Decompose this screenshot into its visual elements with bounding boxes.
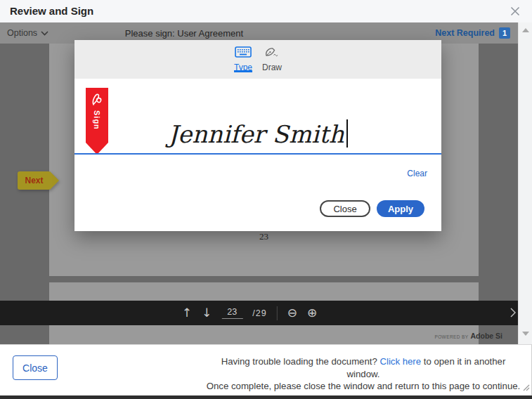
next-field-arrow[interactable]: Next [18, 171, 51, 190]
page-footer: Close Having trouble loading the documen… [0, 344, 532, 395]
pdf-toolbar: ↑ ↓ /29 ⊖ ⊕ [0, 301, 518, 325]
options-label: Options [7, 28, 37, 38]
help-text: Having trouble loading the document? Cli… [204, 355, 523, 393]
toolbar-divider [277, 306, 278, 320]
tab-type-label: Type [234, 63, 252, 72]
zoom-out-button[interactable]: ⊖ [287, 307, 297, 319]
window-bottom-edge [0, 395, 532, 399]
scroll-up-arrow[interactable] [522, 28, 529, 32]
dialog-close-button[interactable]: Close [320, 200, 370, 217]
total-pages: 29 [256, 308, 267, 318]
powered-by-adobe: POWERED BYAdobe Si [434, 329, 502, 341]
chevron-right-icon[interactable] [510, 308, 517, 320]
pen-icon [264, 46, 280, 60]
adobe-logo-icon [90, 91, 104, 111]
powered-by-label: POWERED BY [434, 334, 468, 339]
click-here-link[interactable]: Click here [379, 356, 421, 367]
next-required-label: Next Required [435, 28, 495, 38]
signature-text-field[interactable]: Jennifer Smith [74, 119, 441, 148]
page-number-input[interactable] [221, 307, 242, 319]
review-and-sign-window: Review and Sign Options Please sign: Use… [0, 0, 532, 399]
zoom-in-button[interactable]: ⊕ [307, 307, 317, 319]
keyboard-icon [235, 46, 252, 60]
previous-page-button[interactable]: ↑ [182, 307, 192, 319]
tab-draw-label: Draw [262, 63, 282, 72]
adobe-brand-label: Adobe Si [470, 332, 502, 340]
window-close-icon[interactable] [510, 6, 521, 17]
signature-dialog-header: Type Draw [74, 40, 441, 79]
scroll-down-arrow[interactable] [522, 332, 529, 336]
window-titlebar: Review and Sign [0, 0, 532, 22]
signature-dialog-body: Sign Jennifer Smith Clear Close Apply [74, 79, 441, 231]
text-caret [346, 119, 348, 148]
resize-handle-icon[interactable] [523, 381, 530, 394]
help-line1-prefix: Having trouble loading the document? [221, 356, 380, 367]
window-title: Review and Sign [10, 5, 93, 17]
help-line-2: Once complete, please close the window a… [204, 380, 523, 393]
footer-close-button[interactable]: Close [13, 355, 58, 380]
signature-dialog: Type Draw [74, 40, 441, 231]
next-arrow-tip [50, 171, 59, 190]
signature-baseline [74, 153, 441, 155]
next-required-button[interactable]: Next Required 1 [435, 22, 510, 44]
page-number-label: 23 [259, 231, 268, 242]
required-count-badge: 1 [499, 27, 510, 39]
next-page-button[interactable]: ↓ [202, 307, 212, 319]
dialog-actions: Close Apply [320, 200, 424, 217]
options-menu-button[interactable]: Options [7, 22, 48, 44]
help-line-1: Having trouble loading the document? Cli… [204, 355, 523, 380]
apply-button[interactable]: Apply [377, 200, 424, 217]
chevron-down-icon [41, 28, 48, 38]
tab-type[interactable]: Type [234, 40, 252, 72]
next-tag-label: Next [25, 176, 43, 185]
pager-controls: ↑ ↓ /29 ⊖ ⊕ [182, 301, 317, 325]
signature-value: Jennifer Smith [168, 120, 344, 148]
tab-draw[interactable]: Draw [262, 40, 282, 72]
document-scrollbar[interactable] [518, 22, 532, 344]
clear-link[interactable]: Clear [407, 169, 427, 178]
page-total-label: /29 [252, 308, 266, 318]
